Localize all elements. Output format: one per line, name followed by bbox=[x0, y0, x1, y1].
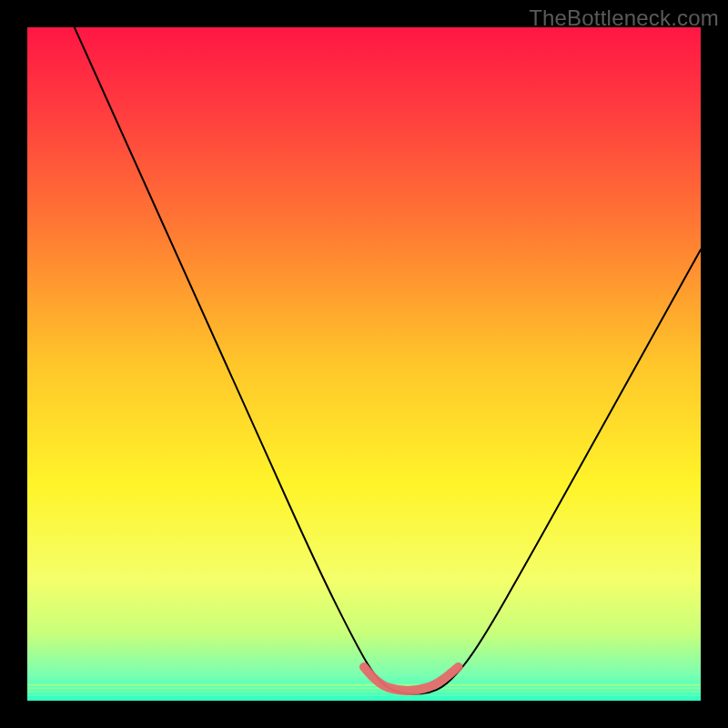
bottom-band bbox=[27, 697, 701, 700]
chart-svg bbox=[27, 27, 701, 701]
watermark-text: TheBottleneck.com bbox=[529, 5, 719, 31]
bottom-band bbox=[27, 687, 701, 690]
chart-plot bbox=[27, 27, 701, 701]
bottom-band bbox=[27, 691, 701, 693]
bottom-band bbox=[27, 694, 701, 697]
bottom-band bbox=[27, 684, 701, 687]
chart-background bbox=[27, 27, 701, 701]
chart-frame: TheBottleneck.com bbox=[0, 0, 728, 728]
